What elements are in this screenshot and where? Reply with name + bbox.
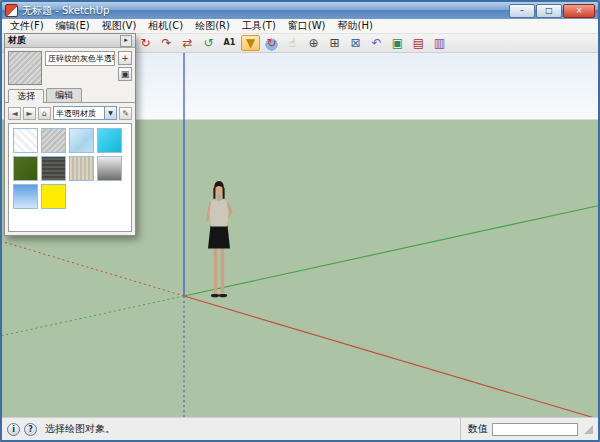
orbit-icon[interactable]: ↻ xyxy=(262,35,281,51)
home-button[interactable]: ⌂ xyxy=(38,107,51,120)
menu-item[interactable]: 绘图(R) xyxy=(189,19,236,33)
hair-strand-left xyxy=(213,188,215,199)
previous-view-icon[interactable]: ↶ xyxy=(367,35,386,51)
menu-item[interactable]: 文件(F) xyxy=(4,19,50,33)
materials-panel[interactable]: 材质 ▸ 压碎纹的灰色半透明材 + ▣ 选择 编辑 ◄ ► ⌂ 半透明材质 ▼ … xyxy=(4,33,136,236)
sample-paint-button[interactable]: ✎ xyxy=(119,107,132,120)
menu-item[interactable]: 窗口(W) xyxy=(282,19,332,33)
materials-panel-title: 材质 xyxy=(8,34,26,47)
leg-left xyxy=(214,247,217,294)
water-sparkle[interactable] xyxy=(69,128,94,153)
offset-icon[interactable]: ⇄ xyxy=(178,35,197,51)
menu-item[interactable]: 帮助(H) xyxy=(332,19,379,33)
materials-nav-row: ◄ ► ⌂ 半透明材质 ▼ ✎ xyxy=(5,103,135,123)
resize-grip[interactable] xyxy=(584,425,593,434)
zoom-icon[interactable]: ⊕ xyxy=(304,35,323,51)
collection-dropdown[interactable]: 半透明材质 ▼ xyxy=(53,106,117,120)
material-swatch-list xyxy=(8,123,132,232)
forward-button[interactable]: ► xyxy=(23,107,36,120)
collection-dropdown-value: 半透明材质 xyxy=(54,108,104,119)
translucent-white[interactable] xyxy=(13,128,38,153)
material-preview-row: 压碎纹的灰色半透明材 + ▣ xyxy=(5,48,135,86)
bright-yellow[interactable] xyxy=(41,184,66,209)
chevron-down-icon[interactable]: ▼ xyxy=(104,107,116,119)
woven-beige[interactable] xyxy=(69,156,94,181)
measurements-box: 数值 xyxy=(460,418,578,440)
vcb-input[interactable] xyxy=(492,423,578,436)
circular-arrows-icon[interactable]: ↺ xyxy=(199,35,218,51)
styles-icon[interactable]: ▥ xyxy=(430,35,449,51)
menubar: 文件(F) 编辑(E) 视图(V) 相机(C) 绘图(R) 工具(T) 窗口(W… xyxy=(2,19,598,34)
follow-me-icon[interactable]: ↷ xyxy=(157,35,176,51)
materials-tabs: 选择 编辑 xyxy=(5,88,135,103)
sky-blue[interactable] xyxy=(13,184,38,209)
rotate-icon[interactable]: ↻ xyxy=(136,35,155,51)
sketchup-logo-icon xyxy=(5,4,18,17)
water-cyan[interactable] xyxy=(97,128,122,153)
zoom-window-icon[interactable]: ⊞ xyxy=(325,35,344,51)
window-controls: – □ × xyxy=(509,4,595,18)
tab-edit[interactable]: 编辑 xyxy=(46,88,82,102)
maximize-button[interactable]: □ xyxy=(536,4,562,18)
neck xyxy=(217,195,220,201)
zoom-extents-icon[interactable]: ⊠ xyxy=(346,35,365,51)
menu-item[interactable]: 编辑(E) xyxy=(50,19,96,33)
metal-gray[interactable] xyxy=(97,156,122,181)
materials-panel-titlebar[interactable]: 材质 ▸ xyxy=(5,34,135,48)
tab-select[interactable]: 选择 xyxy=(8,89,44,103)
person-figure[interactable] xyxy=(208,181,232,297)
expand-panel-icon[interactable]: ▸ xyxy=(120,35,132,47)
create-material-button[interactable]: + xyxy=(118,51,132,65)
sketchup-window: 无标题 - SketchUp – □ × 文件(F) 编辑(E) 视图(V) 相… xyxy=(0,0,600,442)
minimize-button[interactable]: – xyxy=(509,4,535,18)
blouse xyxy=(210,200,229,226)
crushed-gray[interactable] xyxy=(41,128,66,153)
hair-strand-right xyxy=(223,188,225,199)
close-button[interactable]: × xyxy=(563,4,595,18)
statusbar: i ? 选择绘图对象。 数值 xyxy=(2,417,598,440)
vcb-label: 数值 xyxy=(468,422,488,436)
leg-right xyxy=(221,247,224,294)
current-material-thumbnail[interactable] xyxy=(8,51,42,85)
menu-item[interactable]: 相机(C) xyxy=(142,19,189,33)
red-axis[interactable] xyxy=(2,241,598,417)
menu-item[interactable]: 工具(T) xyxy=(236,19,282,33)
components-icon[interactable]: ▣ xyxy=(388,35,407,51)
window-title: 无标题 - SketchUp xyxy=(22,2,505,19)
dark-mesh[interactable] xyxy=(41,156,66,181)
skirt xyxy=(208,226,230,249)
material-name-field[interactable]: 压碎纹的灰色半透明材 xyxy=(45,51,115,66)
shoe-left xyxy=(211,294,219,298)
titlebar[interactable]: 无标题 - SketchUp – □ × xyxy=(2,2,598,19)
status-message: 选择绘图对象。 xyxy=(45,422,456,436)
materials-browser-icon[interactable]: ▤ xyxy=(409,35,428,51)
grass-dark-green[interactable] xyxy=(13,156,38,181)
back-button[interactable]: ◄ xyxy=(8,107,21,120)
text-tool-icon[interactable]: A1 xyxy=(220,35,239,51)
secondary-pane-button[interactable]: ▣ xyxy=(118,67,132,81)
help-icon[interactable]: ? xyxy=(24,423,37,436)
info-icon[interactable]: i xyxy=(7,423,20,436)
pan-icon[interactable]: ☝ xyxy=(283,35,302,51)
paint-bucket-icon[interactable]: ▼ xyxy=(241,35,260,51)
shoe-right xyxy=(219,294,227,298)
material-side-buttons: + ▣ xyxy=(118,51,132,81)
menu-item[interactable]: 视图(V) xyxy=(96,19,143,33)
